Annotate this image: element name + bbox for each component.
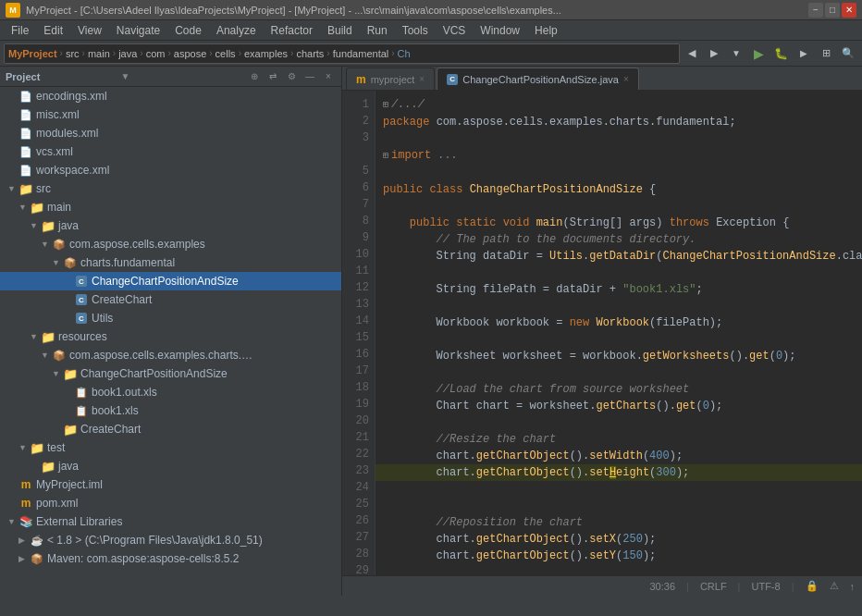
tree-item-main[interactable]: ▼ 📁 main <box>0 198 341 216</box>
menu-analyze[interactable]: Analyze <box>209 22 264 39</box>
breadcrumb-item-src: src <box>66 48 80 59</box>
xml-icon: 📄 <box>18 144 33 159</box>
tree-item-encodings[interactable]: 📄 encodings.xml <box>0 87 341 105</box>
debug-button[interactable]: 🐛 <box>770 43 792 64</box>
tree-label: External Libraries <box>36 515 122 528</box>
tree-item-change-chart[interactable]: C ChangeChartPositionAndSize <box>0 272 341 290</box>
breadcrumb-sep-4: › <box>140 48 142 58</box>
line-ending-label: CRLF <box>700 581 727 592</box>
tree-label: ChangeChartPositionAndSize <box>92 275 239 288</box>
project-panel-header: Project ▼ ⊕ ⇄ ⚙ — × <box>0 67 341 87</box>
tree-item-test[interactable]: ▼ 📁 test <box>0 438 341 457</box>
status-sep-3: | <box>792 581 794 592</box>
status-encoding[interactable]: UTF-8 <box>751 581 780 592</box>
breadcrumb-sep-3: › <box>113 48 116 58</box>
menu-build[interactable]: Build <box>320 22 360 39</box>
tab-myproject[interactable]: m myproject × <box>346 68 435 90</box>
tree-item-utils[interactable]: C Utils <box>0 309 341 327</box>
tree-label: ChangeChartPositionAndSize <box>80 367 228 380</box>
coverage-button[interactable]: ▶ <box>794 43 814 64</box>
menu-edit[interactable]: Edit <box>36 22 70 39</box>
status-line-ending[interactable]: CRLF <box>700 581 727 592</box>
xml-icon: 📄 <box>18 126 33 141</box>
panel-title: Project <box>6 71 116 82</box>
package-icon: 📦 <box>52 348 67 363</box>
nav-forward-button[interactable]: ▶ <box>704 43 724 64</box>
breadcrumb-item-project: MyProject <box>8 48 57 59</box>
tree-item-misc[interactable]: 📄 misc.xml <box>0 105 341 124</box>
search-button[interactable]: 🔍 <box>838 43 858 64</box>
main-area: Project ▼ ⊕ ⇄ ⚙ — × 📄 encodings.xml 📄 mi… <box>0 67 862 596</box>
encoding-label: UTF-8 <box>751 581 780 592</box>
menu-tools[interactable]: Tools <box>395 22 436 39</box>
grid-button[interactable]: ⊞ <box>816 43 836 64</box>
code-content[interactable]: ⊞/.../ package com.aspose.cells.examples… <box>376 91 862 575</box>
tree-item-workspace[interactable]: 📄 workspace.xml <box>0 161 341 179</box>
tree-item-src[interactable]: ▼ 📁 src <box>0 179 341 198</box>
code-editor[interactable]: 1 2 3 5 6 7 8 9 10 11 12 13 14 15 16 17 … <box>342 91 862 575</box>
toolbar-run-config[interactable]: ▼ <box>726 43 746 64</box>
tree-item-external-libs[interactable]: ▼ 📚 External Libraries <box>0 512 341 531</box>
java-file-icon: C <box>74 274 89 289</box>
breadcrumb-item-ch: Ch <box>398 48 411 59</box>
jar-icon: 📦 <box>30 551 44 566</box>
tab-close-change-chart[interactable]: × <box>623 74 629 84</box>
tree-arrow: ▼ <box>30 221 41 230</box>
line-numbers: 1 2 3 5 6 7 8 9 10 11 12 13 14 15 16 17 … <box>342 91 376 575</box>
breadcrumb[interactable]: MyProject › src › main › java › com › as… <box>4 43 680 64</box>
tree-item-book1out[interactable]: 📋 book1.out.xls <box>0 383 341 401</box>
tree-item-myproject-iml[interactable]: m MyProject.iml <box>0 475 341 494</box>
minimize-button[interactable]: − <box>808 3 823 18</box>
menu-navigate[interactable]: Navigate <box>109 22 167 39</box>
nav-back-button[interactable]: ◀ <box>682 43 702 64</box>
tab-change-chart[interactable]: C ChangeChartPositionAndSize.java × <box>437 68 639 90</box>
tree-label: charts.fundamental <box>80 256 175 269</box>
tree-item-charts-fundamental[interactable]: ▼ 📦 charts.fundamental <box>0 253 341 272</box>
tree-arrow: ▶ <box>18 536 30 545</box>
breadcrumb-item-main: main <box>88 48 110 59</box>
tree-item-res-package[interactable]: ▼ 📦 com.aspose.cells.examples.charts.fun… <box>0 346 341 364</box>
menu-view[interactable]: View <box>70 22 109 39</box>
panel-minimize-button[interactable]: — <box>302 69 317 84</box>
menu-vcs[interactable]: VCS <box>436 22 474 39</box>
tree-item-test-java[interactable]: 📁 java <box>0 457 341 475</box>
tree-item-jdk[interactable]: ▶ ☕ < 1.8 > (C:\Program Files\Java\jdk1.… <box>0 531 341 549</box>
tree-label: java <box>58 219 79 232</box>
menu-refactor[interactable]: Refactor <box>264 22 320 39</box>
tree-item-modules[interactable]: 📄 modules.xml <box>0 124 341 142</box>
tree-label: resources <box>58 330 107 343</box>
tree-item-com-aspose[interactable]: ▼ 📦 com.aspose.cells.examples <box>0 235 341 253</box>
panel-close-button[interactable]: × <box>321 69 336 84</box>
tree-arrow: ▶ <box>18 554 30 563</box>
panel-sync-button[interactable]: ⊕ <box>247 69 262 84</box>
tree-item-maven-aspose[interactable]: ▶ 📦 Maven: com.aspose:aspose-cells:8.5.2 <box>0 549 341 568</box>
breadcrumb-sep-9: › <box>326 48 329 58</box>
tree-label: com.aspose.cells.examples <box>69 238 205 251</box>
maximize-button[interactable]: □ <box>825 3 840 18</box>
menu-file[interactable]: File <box>4 22 36 39</box>
tree-label: MyProject.iml <box>36 478 103 491</box>
title-text: MyProject - [C:\Users\Adeel Ilyas\IdeaPr… <box>26 5 808 16</box>
menu-help[interactable]: Help <box>527 22 565 39</box>
menu-run[interactable]: Run <box>360 22 395 39</box>
panel-settings-button[interactable]: ⚙ <box>284 69 299 84</box>
tree-item-create-chart-folder[interactable]: 📁 CreateChart <box>0 420 341 438</box>
tree-label: book1.out.xls <box>92 386 157 399</box>
tree-label: java <box>58 460 79 473</box>
tree-item-pom[interactable]: m pom.xml <box>0 494 341 512</box>
tab-close-myproject[interactable]: × <box>419 74 425 84</box>
tree-item-resources[interactable]: ▼ 📁 resources <box>0 327 341 346</box>
tree-item-book1[interactable]: 📋 book1.xls <box>0 401 341 420</box>
status-warning-icon: ⚠ <box>830 580 839 592</box>
tree-item-change-chart-folder[interactable]: ▼ 📁 ChangeChartPositionAndSize <box>0 364 341 383</box>
breadcrumb-item-charts: charts <box>296 48 324 59</box>
java-file-icon: C <box>74 311 89 326</box>
tree-item-java[interactable]: ▼ 📁 java <box>0 216 341 235</box>
panel-collapse-button[interactable]: ⇄ <box>265 69 280 84</box>
close-button[interactable]: ✕ <box>842 3 856 18</box>
run-button[interactable]: ▶ <box>748 43 769 64</box>
menu-window[interactable]: Window <box>473 22 527 39</box>
tree-item-create-chart[interactable]: C CreateChart <box>0 290 341 309</box>
menu-code[interactable]: Code <box>167 22 209 39</box>
tree-item-vcs[interactable]: 📄 vcs.xml <box>0 142 341 161</box>
